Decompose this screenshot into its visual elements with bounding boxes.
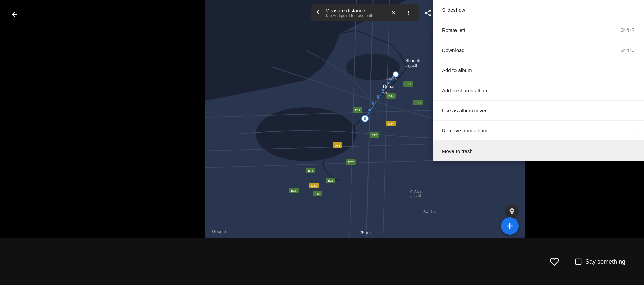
menu-item-use-as-album-cover[interactable]: Use as album cover [433, 101, 644, 121]
menu-item-add-to-album[interactable]: Add to album [433, 60, 644, 80]
menu-item-move-to-trash[interactable]: Move to trash [433, 141, 644, 161]
svg-text:D83: D83 [335, 144, 340, 147]
context-menu: Slideshow Rotate left Shift+R Download S… [433, 0, 644, 161]
svg-text:E16: E16 [315, 192, 320, 196]
menu-item-slideshow[interactable]: Slideshow [433, 0, 644, 20]
svg-text:E311: E311 [404, 82, 411, 86]
menu-item-remove-from-album[interactable]: Remove from album # [433, 121, 644, 141]
back-button[interactable] [7, 7, 23, 23]
svg-text:الشارقة: الشارقة [405, 64, 417, 68]
distance-label: 25 mi [359, 230, 371, 235]
svg-point-37 [372, 102, 374, 105]
svg-text:DEIRA: DEIRA [386, 77, 397, 80]
say-something-label: Say something [585, 258, 625, 265]
svg-rect-57 [576, 259, 581, 265]
bottom-bar: Say something [0, 238, 644, 285]
svg-text:E611: E611 [414, 101, 421, 105]
menu-item-rotate-left[interactable]: Rotate left Shift+R [433, 20, 644, 40]
svg-text:E75: E75 [308, 169, 313, 172]
svg-text:D83: D83 [311, 184, 317, 187]
map-toolbar: Measure distance Tap Add point to trace … [311, 4, 419, 21]
svg-text:E44: E44 [388, 95, 394, 98]
toolbar-close-button[interactable] [388, 7, 400, 19]
toolbar-actions [388, 7, 415, 19]
toolbar-back-button[interactable] [315, 9, 322, 17]
toolbar-more-button[interactable] [402, 7, 415, 19]
svg-text:Google: Google [212, 229, 226, 234]
svg-point-41 [393, 72, 398, 77]
location-button[interactable] [505, 205, 519, 218]
svg-text:E17: E17 [355, 109, 360, 112]
svg-text:Sweihan: Sweihan [423, 210, 437, 214]
menu-item-download[interactable]: Download Shift+D [433, 40, 644, 60]
say-something-button[interactable]: Say something [569, 255, 631, 268]
menu-item-add-to-shared-album[interactable]: Add to shared album [433, 80, 644, 101]
svg-text:E77: E77 [372, 134, 377, 137]
toolbar-content: Measure distance Tap Add point to trace … [325, 8, 384, 18]
svg-text:E77: E77 [348, 161, 354, 164]
add-point-button[interactable] [501, 217, 519, 235]
svg-text:Al Ajban: Al Ajban [410, 189, 423, 193]
svg-text:E16: E16 [291, 189, 297, 192]
svg-text:العجمان: العجمان [410, 194, 421, 198]
toolbar-subtitle: Tap Add point to trace path [325, 13, 384, 18]
svg-text:D54: D54 [388, 122, 394, 125]
svg-text:Dubai: Dubai [383, 84, 394, 89]
like-button[interactable] [546, 253, 562, 270]
svg-text:Sharjah: Sharjah [405, 58, 420, 63]
toolbar-title: Measure distance [325, 8, 384, 13]
svg-point-43 [364, 117, 366, 120]
svg-text:دبي: دبي [383, 90, 389, 94]
svg-text:E28: E28 [328, 179, 333, 182]
